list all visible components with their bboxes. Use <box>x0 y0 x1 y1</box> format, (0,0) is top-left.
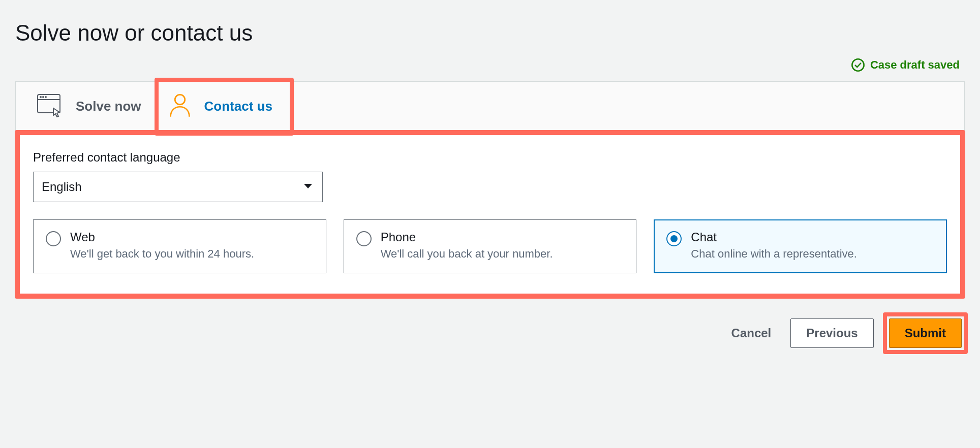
option-phone[interactable]: Phone We'll call you back at your number… <box>344 219 637 273</box>
option-web[interactable]: Web We'll get back to you within 24 hour… <box>33 219 326 273</box>
main-panel: Solve now Contact us Preferred contact l… <box>15 81 965 298</box>
svg-point-3 <box>40 97 41 98</box>
footer: Cancel Previous Submit <box>15 318 965 348</box>
submit-button[interactable]: Submit <box>889 318 962 348</box>
option-phone-desc: We'll call you back at your number. <box>381 247 553 261</box>
status-row: Case draft saved <box>15 58 960 72</box>
option-chat-title: Chat <box>691 230 857 244</box>
option-chat-desc: Chat online with a representative. <box>691 247 857 261</box>
radio-icon <box>46 231 61 246</box>
language-select-value: English <box>42 180 82 194</box>
svg-point-5 <box>45 97 46 98</box>
previous-button[interactable]: Previous <box>790 318 873 348</box>
radio-icon <box>356 231 372 246</box>
tabs: Solve now Contact us <box>16 82 964 132</box>
check-circle-icon <box>851 58 865 72</box>
page-title: Solve now or contact us <box>15 20 965 46</box>
language-select[interactable]: English <box>33 172 323 202</box>
option-web-title: Web <box>70 230 254 244</box>
tab-contact-us[interactable]: Contact us <box>159 82 290 132</box>
option-phone-title: Phone <box>381 230 553 244</box>
cancel-button[interactable]: Cancel <box>727 319 776 347</box>
contact-options: Web We'll get back to you within 24 hour… <box>33 219 947 273</box>
panel-body: Preferred contact language English Web W… <box>16 132 964 298</box>
option-chat[interactable]: Chat Chat online with a representative. <box>654 219 947 273</box>
svg-point-6 <box>175 94 185 105</box>
option-web-desc: We'll get back to you within 24 hours. <box>70 247 254 261</box>
window-cursor-icon <box>36 93 65 119</box>
person-icon <box>167 92 193 120</box>
status-text: Case draft saved <box>870 58 960 72</box>
svg-point-4 <box>43 97 44 98</box>
tab-solve-now[interactable]: Solve now <box>28 82 159 132</box>
tab-contact-us-label: Contact us <box>204 99 272 114</box>
language-label: Preferred contact language <box>33 150 947 165</box>
radio-icon <box>666 231 682 246</box>
svg-point-0 <box>852 59 864 71</box>
tab-solve-now-label: Solve now <box>76 99 141 114</box>
